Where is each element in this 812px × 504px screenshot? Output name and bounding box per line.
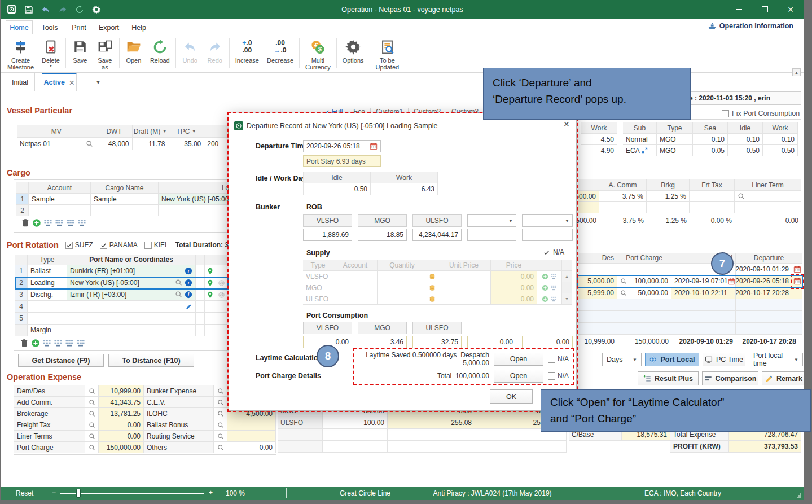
port-name-cell[interactable]: Dunkirk (FR) [+01:00]i: [67, 265, 196, 277]
expense-value[interactable]: 41,343.75: [99, 397, 144, 408]
sea-cell[interactable]: 0.10: [693, 134, 728, 145]
weather-gauge-icon[interactable]: [218, 291, 225, 299]
search-icon[interactable]: [86, 140, 93, 147]
expand-icon[interactable]: [642, 147, 648, 154]
increase-button[interactable]: +.0.00Increase: [231, 34, 263, 72]
zoom-slider-track[interactable]: [60, 493, 204, 494]
move-row-down-icon[interactable]: [76, 339, 85, 348]
vessel-mv-cell[interactable]: Netpas 01: [17, 138, 96, 150]
tab-active[interactable]: Active✕: [42, 73, 77, 91]
map-pin-icon[interactable]: [207, 279, 214, 287]
search-icon[interactable]: [89, 388, 95, 395]
fix-port-consumption-checkbox[interactable]: Fix Port Consumption: [722, 109, 800, 117]
pc-extra-input[interactable]: 0.00: [467, 336, 516, 348]
expense-search-cell[interactable]: [85, 385, 99, 397]
expense-search-cell[interactable]: [85, 408, 99, 419]
port-margin-cell[interactable]: Margin: [28, 325, 67, 336]
port-name-cell[interactable]: [67, 313, 196, 325]
move-row-up-icon[interactable]: [65, 339, 74, 348]
cargo-name-cell[interactable]: [91, 205, 159, 216]
supply-account-cell[interactable]: [333, 293, 378, 305]
expense-search-cell[interactable]: [85, 431, 99, 442]
operation-information-link[interactable]: Operation Information: [708, 21, 793, 30]
reset-label[interactable]: Reset: [16, 489, 33, 497]
departure-calendar-highlight[interactable]: [792, 275, 802, 287]
add-row-icon[interactable]: [32, 218, 41, 227]
info-icon[interactable]: i: [185, 291, 192, 299]
calendar-icon[interactable]: [728, 278, 735, 285]
tab-close-icon[interactable]: ✕: [69, 78, 74, 87]
pc-ulsfo-input[interactable]: 32.75: [412, 336, 462, 348]
rob-vlsfo-input[interactable]: 1,889.69: [303, 229, 352, 241]
departure-cell[interactable]: 2020-09-10 01:29: [736, 264, 792, 275]
search-icon[interactable]: [175, 291, 182, 298]
port-charge-cell[interactable]: 50,000.00: [617, 287, 671, 299]
undo-button[interactable]: Undo: [178, 34, 203, 72]
menu-export[interactable]: Export: [95, 20, 123, 34]
menu-home[interactable]: Home: [6, 20, 33, 34]
freight-cell[interactable]: 500.00: [578, 191, 599, 202]
weather-gauge-icon[interactable]: [218, 279, 225, 287]
cargo-name-cell[interactable]: Sample: [91, 194, 159, 205]
add-supply-icon[interactable]: [542, 296, 548, 303]
pc-extra-input[interactable]: 0.00: [522, 336, 573, 348]
move-row-up-icon[interactable]: [66, 218, 75, 227]
search-icon[interactable]: [620, 278, 627, 284]
menu-print[interactable]: Print: [67, 20, 91, 34]
sub-cell[interactable]: Normal: [623, 134, 657, 145]
idle-cell[interactable]: 0.50: [728, 145, 763, 156]
expense-search-cell[interactable]: [214, 408, 227, 419]
expense-search-cell[interactable]: [214, 419, 227, 431]
close-button[interactable]: ✕: [778, 0, 804, 19]
add-row-icon[interactable]: [31, 339, 40, 348]
search-icon[interactable]: [620, 290, 627, 296]
expense-value[interactable]: 150,000.00: [99, 442, 144, 453]
supply-grid-icon[interactable]: [550, 296, 557, 303]
to-distance-button[interactable]: To Distance (F10): [108, 354, 194, 367]
zoom-out-icon[interactable]: −: [52, 489, 56, 497]
quick-refresh-icon[interactable]: [75, 5, 84, 14]
panama-checkbox[interactable]: PANAMA: [100, 241, 138, 249]
dialog-close-icon[interactable]: ✕: [563, 120, 570, 129]
reload-button[interactable]: Reload: [146, 34, 174, 72]
coins-icon[interactable]: [429, 284, 436, 291]
minimize-button[interactable]: [726, 0, 752, 19]
scrollbar-up[interactable]: ▲: [562, 271, 572, 282]
des-cell[interactable]: [578, 264, 617, 275]
search-icon[interactable]: [217, 410, 224, 417]
expense-search-cell[interactable]: [214, 385, 227, 397]
calendar-icon[interactable]: [793, 265, 801, 273]
maximize-button[interactable]: [752, 0, 778, 19]
edit-pencil-icon[interactable]: [185, 303, 192, 310]
rob-extra-input[interactable]: [522, 229, 573, 241]
work-days-cell[interactable]: 6.43: [371, 183, 438, 195]
days-select[interactable]: Days▼: [602, 353, 642, 366]
supply-grid-icon[interactable]: [550, 273, 557, 280]
quick-undo-icon[interactable]: [41, 5, 50, 14]
expense-value[interactable]: [227, 419, 276, 431]
work-cell[interactable]: 0.10: [763, 134, 798, 145]
supply-account-cell[interactable]: [333, 271, 378, 282]
expense-search-cell[interactable]: [214, 442, 227, 453]
port-type-cell[interactable]: Loading: [28, 277, 67, 289]
zoom-in-icon[interactable]: +: [209, 489, 213, 497]
save-button[interactable]: Save: [68, 34, 93, 72]
acomm-cell[interactable]: 3.75 %: [599, 191, 647, 202]
search-icon[interactable]: [175, 279, 182, 286]
supply-quantity-cell[interactable]: [378, 282, 427, 293]
expense-search-cell[interactable]: [85, 442, 99, 453]
sea-cell[interactable]: 0.05: [693, 145, 728, 156]
frttax-cell[interactable]: [690, 191, 735, 202]
quick-settings-icon[interactable]: [92, 5, 101, 14]
expense-search-cell[interactable]: [85, 419, 99, 431]
scroll-up-button[interactable]: ▲: [792, 68, 801, 76]
port-type-cell[interactable]: Dischg.: [28, 289, 67, 301]
search-icon[interactable]: [89, 444, 95, 451]
port-charge-open-button[interactable]: Open: [494, 370, 543, 383]
rob-mgo-input[interactable]: 18.85: [358, 229, 407, 241]
supply-unitprice-cell[interactable]: [437, 293, 491, 305]
expense-search-cell[interactable]: [214, 431, 227, 442]
vessel-dwt-cell[interactable]: 48,000: [96, 138, 133, 150]
port-name-cell[interactable]: New York (US) [-05:00]i: [67, 277, 196, 289]
map-pin-icon[interactable]: [207, 291, 214, 299]
